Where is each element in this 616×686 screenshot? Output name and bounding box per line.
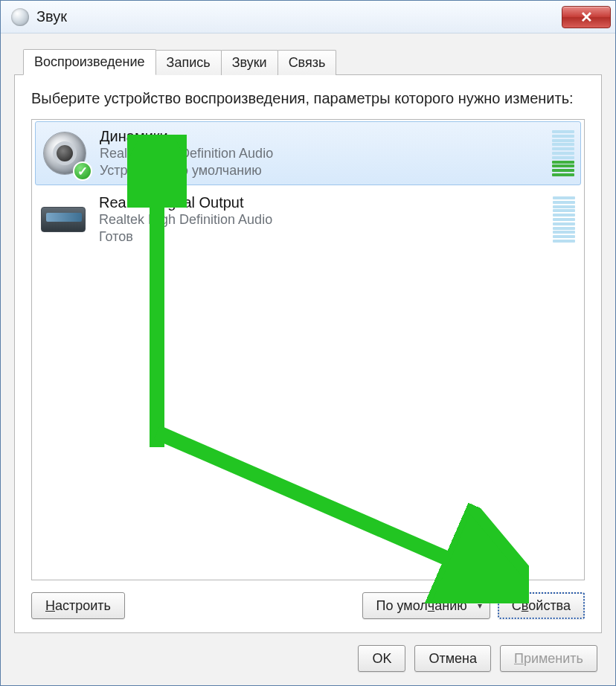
titlebar: Звук ✕ <box>1 1 615 33</box>
sound-title-icon <box>11 8 29 26</box>
close-icon: ✕ <box>580 8 593 26</box>
sound-window: Звук ✕ Воспроизведение Запись Звуки Связ… <box>0 0 616 686</box>
vu-meter <box>552 130 574 176</box>
device-status: Устройство по умолчанию <box>100 162 545 179</box>
close-button[interactable]: ✕ <box>562 6 611 28</box>
device-subtitle: Realtek High Definition Audio <box>99 211 545 228</box>
speaker-icon: ✓ <box>42 130 88 176</box>
device-item-speakers[interactable]: ✓ Динамики Realtek High Definition Audio… <box>35 121 581 185</box>
default-check-icon: ✓ <box>73 161 92 181</box>
tab-panel-playback: Выберите устройство воспроизведения, пар… <box>14 74 602 633</box>
device-subtitle: Realtek High Definition Audio <box>100 145 545 162</box>
tab-label: Звуки <box>232 55 267 70</box>
device-name: Динамики <box>100 128 545 145</box>
dialog-button-row: OK Отмена Применить <box>14 633 602 675</box>
instruction-text: Выберите устройство воспроизведения, пар… <box>31 89 585 109</box>
tab-recording[interactable]: Запись <box>155 50 222 75</box>
tab-label: Воспроизведение <box>34 54 145 69</box>
tab-comm[interactable]: Связь <box>277 50 337 75</box>
device-name: Realtek Digital Output <box>99 194 545 211</box>
ok-label: OK <box>372 651 391 667</box>
configure-button[interactable]: Настроить <box>31 592 125 619</box>
device-list[interactable]: ✓ Динамики Realtek High Definition Audio… <box>31 119 585 580</box>
device-text: Realtek Digital Output Realtek High Defi… <box>99 194 545 245</box>
device-status: Готов <box>99 228 545 246</box>
tab-sounds[interactable]: Звуки <box>221 50 278 75</box>
panel-button-row: Настроить По умолчанию Свойства <box>31 592 585 619</box>
cancel-button[interactable]: Отмена <box>414 645 491 672</box>
cancel-label: Отмена <box>429 651 477 667</box>
device-item-spdif[interactable]: Realtek Digital Output Realtek High Defi… <box>32 187 584 253</box>
ok-button[interactable]: OK <box>358 645 405 672</box>
set-default-button[interactable]: По умолчанию <box>362 592 490 619</box>
tab-label: Запись <box>167 55 211 70</box>
window-title: Звук <box>36 8 67 25</box>
vu-meter <box>553 196 575 243</box>
apply-button[interactable]: Применить <box>500 645 597 672</box>
tab-label: Связь <box>289 55 326 70</box>
tabstrip: Воспроизведение Запись Звуки Связь <box>14 48 602 74</box>
spdif-icon <box>41 196 87 243</box>
tab-playback[interactable]: Воспроизведение <box>23 49 156 75</box>
client-area: Воспроизведение Запись Звуки Связь Выбер… <box>1 33 615 685</box>
properties-button[interactable]: Свойства <box>498 592 585 619</box>
device-text: Динамики Realtek High Definition Audio У… <box>100 128 545 179</box>
